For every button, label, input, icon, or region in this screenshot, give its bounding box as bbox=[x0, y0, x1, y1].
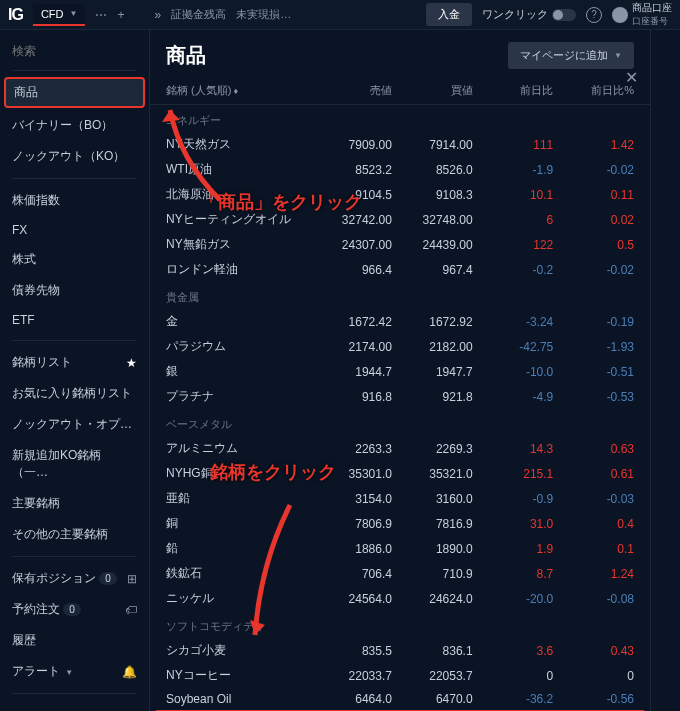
cell-sell: 9104.5 bbox=[311, 188, 392, 202]
sidebar-item[interactable]: お気に入り銘柄リスト bbox=[0, 378, 149, 409]
cell-chg: 8.7 bbox=[473, 567, 554, 581]
table-header: 銘柄 (人気順)♦ 売値 買値 前日比 前日比% bbox=[150, 77, 650, 105]
cell-name: Soybean Oil bbox=[166, 692, 311, 706]
cell-name: 鉛 bbox=[166, 540, 311, 557]
table-row[interactable]: 北海原油9104.59108.310.10.11 bbox=[150, 182, 650, 207]
table-row[interactable]: NYHG銅35301.035321.0215.10.61 bbox=[150, 461, 650, 486]
cell-pct: -1.93 bbox=[553, 340, 634, 354]
cell-chg: 3.6 bbox=[473, 644, 554, 658]
close-icon[interactable]: ✕ bbox=[625, 68, 638, 87]
cell-chg: -36.2 bbox=[473, 692, 554, 706]
cell-buy: 1947.7 bbox=[392, 365, 473, 379]
sidebar-item[interactable]: 商品 bbox=[4, 77, 145, 108]
table-row[interactable]: パラジウム2174.002182.00-42.75-1.93 bbox=[150, 334, 650, 359]
sidebar-orders[interactable]: 予約注文 0 🏷 bbox=[0, 594, 149, 625]
sort-icon: ♦ bbox=[233, 86, 238, 96]
cell-sell: 835.5 bbox=[311, 644, 392, 658]
search-input[interactable] bbox=[12, 44, 150, 58]
sidebar-item[interactable]: 債券先物 bbox=[0, 275, 149, 306]
sidebar-item[interactable]: 株価指数 bbox=[0, 185, 149, 216]
table-row[interactable]: プラチナ916.8921.8-4.9-0.53 bbox=[150, 384, 650, 409]
cell-pct: -0.53 bbox=[553, 390, 634, 404]
cell-chg: 10.1 bbox=[473, 188, 554, 202]
col-buy[interactable]: 買値 bbox=[392, 83, 473, 98]
sidebar-item[interactable]: FX bbox=[0, 216, 149, 244]
sidebar-item[interactable]: ノックアウト・オプ… bbox=[0, 409, 149, 440]
col-sell[interactable]: 売値 bbox=[311, 83, 392, 98]
col-chg[interactable]: 前日比 bbox=[473, 83, 554, 98]
col-name[interactable]: 銘柄 (人気順)♦ bbox=[166, 83, 311, 98]
grid-icon: ⊞ bbox=[127, 572, 137, 586]
table-row[interactable]: シカゴ小麦835.5836.13.60.43 bbox=[150, 638, 650, 663]
cell-pct: 0.1 bbox=[553, 542, 634, 556]
sidebar-item[interactable]: バイナリー（BO） bbox=[0, 110, 149, 141]
toggle-switch[interactable] bbox=[552, 9, 576, 21]
table-row[interactable]: ニッケル24564.024624.0-20.0-0.08 bbox=[150, 586, 650, 611]
cell-buy: 9108.3 bbox=[392, 188, 473, 202]
cell-sell: 1944.7 bbox=[311, 365, 392, 379]
cfd-tab[interactable]: CFD▼ bbox=[33, 4, 86, 26]
table-row[interactable]: Soybean Oil6464.06470.0-36.2-0.56 bbox=[150, 688, 650, 710]
col-pct[interactable]: 前日比% bbox=[553, 83, 634, 98]
cell-name: NYHG銅 bbox=[166, 465, 311, 482]
cell-sell: 24564.0 bbox=[311, 592, 392, 606]
cell-sell: 1886.0 bbox=[311, 542, 392, 556]
cell-chg: 31.0 bbox=[473, 517, 554, 531]
table-row[interactable]: NYヒーティングオイル32742.0032748.0060.02 bbox=[150, 207, 650, 232]
cell-name: パラジウム bbox=[166, 338, 311, 355]
help-icon[interactable]: ? bbox=[586, 7, 602, 23]
star-icon[interactable]: ★ bbox=[126, 356, 137, 370]
cell-sell: 24307.00 bbox=[311, 238, 392, 252]
sidebar-news[interactable]: ニュース bbox=[0, 700, 149, 711]
table-row[interactable]: 鉛1886.01890.01.90.1 bbox=[150, 536, 650, 561]
cell-sell: 7806.9 bbox=[311, 517, 392, 531]
cell-chg: -0.2 bbox=[473, 263, 554, 277]
oneclick-toggle[interactable]: ワンクリック bbox=[482, 7, 576, 22]
sidebar-item[interactable]: ノックアウト（KO） bbox=[0, 141, 149, 172]
cell-chg: 0 bbox=[473, 669, 554, 683]
cell-pct: 1.24 bbox=[553, 567, 634, 581]
ellipsis-icon[interactable]: ⋯ bbox=[95, 8, 107, 22]
cell-name: 金 bbox=[166, 313, 311, 330]
sidebar-item[interactable]: 新規追加KO銘柄（一… bbox=[0, 440, 149, 488]
table-row[interactable]: NYコーヒー22033.722053.700 bbox=[150, 663, 650, 688]
table-row[interactable]: 銀1944.71947.7-10.0-0.51 bbox=[150, 359, 650, 384]
table-row[interactable]: NY無鉛ガス24307.0024439.001220.5 bbox=[150, 232, 650, 257]
table-row[interactable]: 鉄鉱石706.4710.98.71.24 bbox=[150, 561, 650, 586]
category-header: ソフトコモディティ bbox=[150, 611, 650, 638]
table-row[interactable]: 亜鉛3154.03160.0-0.9-0.03 bbox=[150, 486, 650, 511]
cell-buy: 3160.0 bbox=[392, 492, 473, 506]
cell-name: プラチナ bbox=[166, 388, 311, 405]
sidebar-history[interactable]: 履歴 bbox=[0, 625, 149, 656]
cell-buy: 6470.0 bbox=[392, 692, 473, 706]
category-header: 貴金属 bbox=[150, 282, 650, 309]
cell-pct: 1.42 bbox=[553, 138, 634, 152]
cell-sell: 22033.7 bbox=[311, 669, 392, 683]
sidebar-item[interactable]: その他の主要銘柄 bbox=[0, 519, 149, 550]
cell-buy: 921.8 bbox=[392, 390, 473, 404]
sidebar-item[interactable]: 主要銘柄 bbox=[0, 488, 149, 519]
sidebar-alert[interactable]: アラート ▼ 🔔 bbox=[0, 656, 149, 687]
cell-chg: -1.9 bbox=[473, 163, 554, 177]
account-menu[interactable]: 商品口座 口座番号 bbox=[612, 1, 672, 28]
chevron-right-icon[interactable]: » bbox=[154, 8, 161, 22]
cell-buy: 24439.00 bbox=[392, 238, 473, 252]
table-row[interactable]: ロンドン軽油966.4967.4-0.2-0.02 bbox=[150, 257, 650, 282]
search-row[interactable]: ⌕ bbox=[0, 38, 149, 64]
cell-pct: 0.61 bbox=[553, 467, 634, 481]
cell-pct: -0.02 bbox=[553, 163, 634, 177]
table-row[interactable]: NY天然ガス7909.007914.001111.42 bbox=[150, 132, 650, 157]
sidebar-positions[interactable]: 保有ポジション 0 ⊞ bbox=[0, 563, 149, 594]
deposit-button[interactable]: 入金 bbox=[426, 3, 472, 26]
table-row[interactable]: アルミニウム2263.32269.314.30.63 bbox=[150, 436, 650, 461]
table-row[interactable]: 金1672.421672.92-3.24-0.19 bbox=[150, 309, 650, 334]
bell-icon: 🔔 bbox=[122, 665, 137, 679]
unrealized-label: 未実現損… bbox=[236, 7, 291, 22]
sidebar-item[interactable]: ETF bbox=[0, 306, 149, 334]
add-page-button[interactable]: マイページに追加▼ bbox=[508, 42, 634, 69]
sidebar-item[interactable]: 株式 bbox=[0, 244, 149, 275]
table-row[interactable]: 銅7806.97816.931.00.4 bbox=[150, 511, 650, 536]
cell-sell: 2263.3 bbox=[311, 442, 392, 456]
table-row[interactable]: WTI原油8523.28526.0-1.9-0.02 bbox=[150, 157, 650, 182]
plus-icon[interactable]: + bbox=[117, 8, 124, 22]
